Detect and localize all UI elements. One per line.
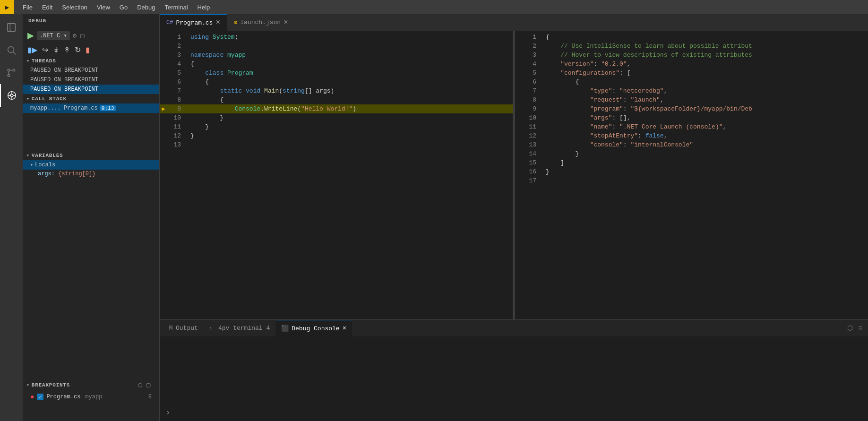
debug-controls: ▮▶ ↪ ↡ ↟ ↻ ▮ bbox=[23, 43, 159, 56]
panel-tab-terminal[interactable]: ›_ 4pv terminal 4 bbox=[204, 320, 275, 336]
menu-item-debug[interactable]: Debug bbox=[132, 0, 160, 14]
program-cs-content: 1 using System; 2 3 namespace myapp bbox=[160, 31, 513, 151]
breakpoint-checkbox[interactable]: ✓ bbox=[37, 394, 43, 400]
code-line-13: 13 bbox=[160, 140, 513, 149]
svg-point-2 bbox=[8, 47, 14, 53]
code-line-10: 10 } bbox=[160, 113, 513, 122]
code-line-3: 3 namespace myapp bbox=[160, 51, 513, 60]
editor-tabs-row: C# Program.cs × ⚙ launch.json × bbox=[160, 14, 868, 31]
program-cs-editor[interactable]: 1 using System; 2 3 namespace myapp bbox=[160, 31, 513, 319]
panel-maximize-icon[interactable]: ⬡ bbox=[845, 323, 855, 333]
thread-item-1[interactable]: PAUSED ON BREAKPOINT bbox=[23, 66, 159, 75]
debug-console-content[interactable] bbox=[160, 336, 868, 404]
debug-step-into-button[interactable]: ↡ bbox=[52, 44, 60, 55]
breakpoints-remove-all-icon[interactable]: ▢ bbox=[146, 380, 152, 390]
svg-rect-0 bbox=[8, 24, 16, 32]
launch-json-editor[interactable]: 1 { 2 // Use IntelliSense to learn about… bbox=[515, 31, 868, 319]
panel-bottom-row: › bbox=[160, 404, 868, 421]
debug-sidebar-header: DEBUG bbox=[23, 14, 159, 27]
json-line-17: 17 bbox=[515, 176, 868, 185]
variable-args: args: {string[0]} bbox=[23, 170, 159, 178]
call-stack-item[interactable]: myapp.... Program.cs 9:13 bbox=[23, 103, 159, 113]
debug-stop-button[interactable]: ▮ bbox=[85, 44, 91, 55]
json-icon: ⚙ bbox=[234, 19, 237, 26]
panel-tab-debug-console[interactable]: ⬛ Debug Console × bbox=[275, 320, 352, 336]
json-line-2: 2 // Use IntelliSense to learn about pos… bbox=[515, 42, 868, 51]
activity-bar bbox=[0, 14, 23, 421]
activity-search[interactable] bbox=[0, 39, 23, 61]
debug-sidebar: DEBUG ▶ .NET C ▾ ⚙ ▢ ▮▶ ↪ ↡ ↟ ↻ ▮ ▾ THRE… bbox=[23, 14, 160, 421]
menu-item-view[interactable]: View bbox=[92, 0, 115, 14]
locals-group[interactable]: ▾ Locals bbox=[23, 160, 159, 170]
debug-step-out-button[interactable]: ↟ bbox=[63, 44, 71, 55]
code-line-8: 8 { bbox=[160, 95, 513, 104]
debug-toolbar: ▶ .NET C ▾ ⚙ ▢ bbox=[23, 27, 159, 43]
menu-item-help[interactable]: Help bbox=[193, 0, 215, 14]
variables-section-header[interactable]: ▾ VARIABLES bbox=[23, 151, 159, 160]
close-debug-console-tab[interactable]: × bbox=[343, 325, 346, 332]
panel-tabs: ⎘ Output ›_ 4pv terminal 4 ⬛ Debug Conso… bbox=[160, 320, 868, 336]
debug-run-button[interactable]: ▶ bbox=[26, 29, 35, 42]
code-line-7: 7 static void Main(string[] args) bbox=[160, 86, 513, 95]
json-line-6: 6 { bbox=[515, 77, 868, 86]
breakpoints-controls: ◯ ▢ bbox=[134, 380, 155, 390]
menu-item-go[interactable]: Go bbox=[115, 0, 132, 14]
json-line-14: 14 } bbox=[515, 149, 868, 158]
json-line-5: 5 "configurations": [ bbox=[515, 69, 868, 77]
main-layout: DEBUG ▶ .NET C ▾ ⚙ ▢ ▮▶ ↪ ↡ ↟ ↻ ▮ ▾ THRE… bbox=[0, 14, 868, 421]
debug-settings-icon[interactable]: ⚙ bbox=[72, 31, 77, 41]
activity-debug[interactable] bbox=[0, 84, 23, 107]
json-line-11: 11 "name": ".NET Core Launch (console)", bbox=[515, 122, 868, 131]
svg-point-8 bbox=[10, 94, 13, 97]
breakpoints-section-header[interactable]: ▾ BREAKPOINTS ◯ ▢ bbox=[23, 378, 159, 392]
json-line-3: 3 // Hover to view descriptions of exist… bbox=[515, 51, 868, 60]
code-line-1: 1 using System; bbox=[160, 33, 513, 42]
activity-source-control[interactable] bbox=[0, 61, 23, 84]
bottom-panel: ⎘ Output ›_ 4pv terminal 4 ⬛ Debug Conso… bbox=[160, 319, 868, 421]
call-stack-section-header[interactable]: ▾ CALL STACK bbox=[23, 94, 159, 103]
json-line-16: 16 } bbox=[515, 167, 868, 176]
svg-line-3 bbox=[13, 52, 16, 54]
cs-icon: C# bbox=[166, 19, 173, 26]
menu-item-selection[interactable]: Selection bbox=[57, 0, 92, 14]
debug-config-selector[interactable]: .NET C ▾ bbox=[37, 31, 70, 40]
menu-bar: FileEditSelectionViewGoDebugTerminalHelp bbox=[14, 0, 218, 14]
code-line-12: 12 } bbox=[160, 131, 513, 140]
title-bar: ▶ FileEditSelectionViewGoDebugTerminalHe… bbox=[0, 0, 868, 14]
terminal-icon: ›_ bbox=[209, 326, 215, 331]
code-line-5: 5 class Program bbox=[160, 69, 513, 77]
panel-close-icon[interactable]: ≡ bbox=[857, 324, 864, 333]
editors-container: 1 using System; 2 3 namespace myapp bbox=[160, 31, 868, 319]
debug-open-icon[interactable]: ▢ bbox=[79, 31, 85, 41]
close-tab-launch-json[interactable]: × bbox=[284, 19, 288, 26]
close-tab-program-cs[interactable]: × bbox=[215, 19, 220, 26]
launch-json-content: 1 { 2 // Use IntelliSense to learn about… bbox=[515, 31, 868, 187]
code-line-4: 4 { bbox=[160, 60, 513, 69]
threads-section-header[interactable]: ▾ THREADS bbox=[23, 56, 159, 66]
debug-console-icon: ⬛ bbox=[281, 325, 289, 332]
panel-more-button[interactable]: › bbox=[160, 404, 176, 421]
svg-point-6 bbox=[8, 74, 10, 77]
activity-explorer[interactable] bbox=[0, 16, 23, 39]
menu-item-edit[interactable]: Edit bbox=[37, 0, 57, 14]
output-icon: ⎘ bbox=[169, 325, 173, 332]
menu-item-terminal[interactable]: Terminal bbox=[160, 0, 192, 14]
breakpoints-toggle-icon[interactable]: ◯ bbox=[138, 380, 144, 390]
thread-item-2[interactable]: PAUSED ON BREAKPOINT bbox=[23, 75, 159, 85]
tab-program-cs[interactable]: C# Program.cs × bbox=[160, 14, 227, 31]
debug-continue-button[interactable]: ▮▶ bbox=[26, 44, 38, 55]
code-line-2: 2 bbox=[160, 42, 513, 51]
thread-item-3[interactable]: PAUSED ON BREAKPOINT bbox=[23, 85, 159, 94]
panel-tab-output[interactable]: ⎘ Output bbox=[163, 320, 204, 336]
json-line-9: 9 "program": "${workspaceFolder}/myapp/b… bbox=[515, 104, 868, 113]
debug-step-over-button[interactable]: ↪ bbox=[41, 44, 49, 55]
call-stack-spacer bbox=[23, 113, 159, 151]
json-line-4: 4 "version": "0.2.0", bbox=[515, 60, 868, 69]
svg-point-5 bbox=[13, 69, 15, 71]
menu-item-file[interactable]: File bbox=[18, 0, 37, 14]
code-line-6: 6 { bbox=[160, 77, 513, 86]
json-line-10: 10 "args": [], bbox=[515, 113, 868, 122]
tab-launch-json[interactable]: ⚙ launch.json × bbox=[227, 14, 295, 31]
breakpoint-item-1[interactable]: ● ✓ Program.cs myapp 9 bbox=[23, 392, 159, 402]
debug-restart-button[interactable]: ↻ bbox=[74, 44, 82, 55]
